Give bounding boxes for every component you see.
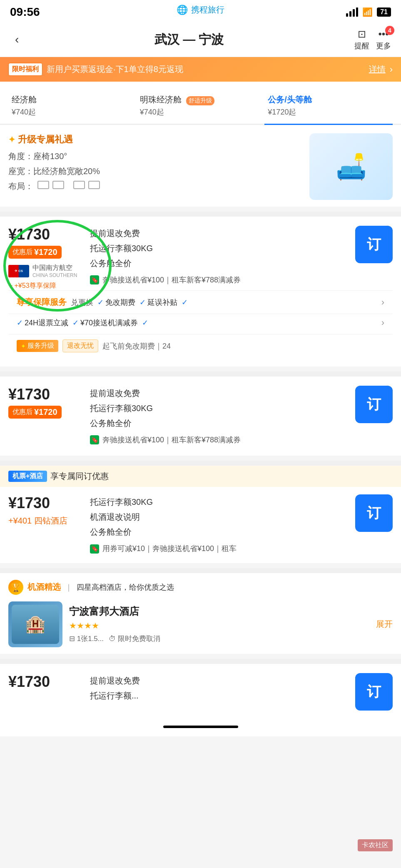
promo-banner[interactable]: 限时福利 新用户买票返现金·下1单立得8元返现 详情 ›: [0, 57, 401, 82]
upgrade-info: ✦ 升级专属礼遇 角度：座椅130° 座宽：比经济舱宽敞20% 布局：: [8, 133, 303, 195]
ticket-1-discount-price: ¥1720: [34, 247, 57, 257]
hotel-cancel-info: ⏱ 限时免费取消: [109, 634, 160, 644]
hotel-addon-price: +¥401 四钻酒店: [8, 515, 83, 526]
ticket2-discount-label: 优惠后: [12, 408, 32, 417]
ticket-1-discount-badge: 优惠后 ¥1720: [8, 246, 62, 259]
coupon-icon: 🔖: [90, 275, 99, 284]
ticket-1-price-section: ¥1730 优惠后 ¥1720 ✈ CS 中国南方航空 CHINA SOUTHE…: [8, 226, 83, 290]
check-item-1: ✓ 免改期费: [97, 297, 135, 307]
featured-hotel-subtitle: 四星高档酒店，给你优质之选: [77, 582, 174, 592]
check-icon-2: ✓: [139, 298, 146, 307]
status-icons: 📶 71: [346, 7, 391, 17]
ticket2-feature2: 托运行李额30KG: [90, 401, 349, 416]
ticket-2-discount-price: ¥1720: [34, 407, 57, 417]
ticket2-feature1: 提前退改免费: [90, 386, 349, 401]
watermark: 卡农社区: [358, 839, 393, 851]
check-icon-5: ✓: [72, 318, 79, 327]
guarantee-row-2[interactable]: ✓ 24H退票立减 ✓ ¥70接送机满减券 ✓ ›: [8, 314, 393, 334]
ticket2-coupon-icon: 🔖: [90, 435, 99, 444]
book-button-1[interactable]: 订: [355, 226, 393, 263]
hotel-bundle-tag: 机票+酒店: [8, 471, 47, 482]
plus-icon: +: [8, 282, 13, 290]
ticket-card-1: ¥1730 优惠后 ¥1720 ✈ CS 中国南方航空 CHINA SOUTHE…: [0, 217, 401, 367]
ticket2-feature3: 公务舱全价: [90, 416, 349, 431]
check-item-4: ✓ ¥70接送机满减券: [72, 318, 138, 328]
page-title: 武汉 — 宁波: [154, 31, 224, 48]
tab-business-label: 公务/头等舱: [268, 94, 389, 105]
tab-pearl-label: 明珠经济舱 舒适升级: [140, 94, 262, 105]
feature-luggage: 托运行李额30KG: [90, 241, 349, 256]
nav-bar: ‹ 武汉 — 宁波 ⊡ 提醒 ••• 更多 4: [0, 22, 401, 57]
hotel-bundle-coupon-icon: 🔖: [90, 544, 99, 554]
guarantee-tag: + +¥53尊享保障: [8, 282, 83, 290]
ticket-2-price-section: ¥1730 优惠后 ¥1720: [8, 386, 83, 419]
book-button-hotel-bundle[interactable]: 订: [355, 494, 393, 532]
hotel-bundle-feature1: 托运行李额30KG: [90, 494, 349, 509]
hotel-room-info: ⊟ 1张1.5...: [69, 634, 104, 644]
feature-refund: 提前退改免费: [90, 226, 349, 241]
check-icon-6: ✓: [142, 318, 148, 327]
feature-fullprice: 公务舱全价: [90, 256, 349, 271]
book-button-bottom[interactable]: 订: [355, 673, 393, 711]
tab-pearl-economy[interactable]: 明珠经济舱 舒适升级 ¥740起: [137, 90, 265, 125]
nav-actions: ⊡ 提醒 ••• 更多 4: [354, 28, 391, 51]
airline-name-en: CHINA SOUTHERN: [32, 272, 77, 278]
hotel-bundle-price-section: ¥1730 +¥401 四钻酒店: [8, 494, 83, 526]
hotel-name: 宁波富邦大酒店: [69, 605, 369, 618]
hotel-expand-button[interactable]: 展开: [376, 619, 393, 630]
promo-detail-link[interactable]: 详情: [369, 64, 386, 75]
tab-economy-label: 经济舱: [12, 94, 133, 105]
hotel-item: 🏨 宁波富邦大酒店 ★★★★ ⊟ 1张1.5... ⏱ 限时免费取消 展开: [8, 601, 393, 647]
star-icon: ✦: [8, 135, 15, 145]
guarantee-service-label: 尊享保障服务: [17, 297, 67, 308]
notification-badge: 4: [385, 26, 394, 35]
tab-business[interactable]: 公务/头等舱 ¥1720起: [264, 90, 393, 125]
guarantee-row2-arrow-icon: ›: [381, 317, 384, 328]
hotel-stars: ★★★★: [69, 621, 369, 631]
ticket-1-features: 提前退改免费 托运行李额30KG 公务舱全价 🔖 奔驰接送机省¥100｜租车新客…: [90, 226, 349, 287]
exchange-label: 兑更换: [71, 297, 93, 307]
more-button[interactable]: ••• 更多 4: [376, 28, 391, 51]
ticket-card-2: ¥1730 优惠后 ¥1720 提前退改免费 托运行李额30KG 公务舱全价 🔖…: [0, 377, 401, 456]
hotel-bundle-header: 机票+酒店 享专属同订优惠: [0, 466, 401, 487]
airline-logo: ✈ CS 中国南方航空 CHINA SOUTHERN: [8, 264, 83, 278]
upgrade-title: ✦ 升级专属礼遇: [8, 133, 303, 146]
ticket-card-1-inner: ¥1730 优惠后 ¥1720 ✈ CS 中国南方航空 CHINA SOUTHE…: [8, 226, 393, 290]
service-upgrade-badge: ✦ 服务升级: [17, 340, 58, 352]
cabin-tabs: 经济舱 ¥740起 明珠经济舱 舒适升级 ¥740起 公务/头等舱 ¥1720起: [0, 82, 401, 125]
hotel-bundle-price: ¥1730: [8, 494, 83, 512]
featured-hotel-header: 🏆 机酒精选 ｜ 四星高档酒店，给你优质之选: [8, 580, 393, 595]
ticket-1-original-price: ¥1730: [8, 226, 83, 243]
app-brand-name: 携程旅行: [191, 4, 224, 15]
discount-label: 优惠后: [12, 248, 32, 257]
promo-text: 新用户买票返现金·下1单立得8元返现: [47, 64, 365, 75]
battery-indicator: 71: [377, 7, 391, 17]
bottom-ticket-price-section: ¥1730: [8, 673, 83, 691]
promo-arrow-icon: ›: [390, 64, 393, 75]
back-button[interactable]: ‹: [10, 31, 24, 48]
ticket-2-original-price: ¥1730: [8, 386, 83, 403]
pearl-badge: 舒适升级: [186, 96, 214, 105]
alert-button[interactable]: ⊡ 提醒: [354, 28, 369, 51]
hotel-bundle-coupon-row: 🔖 用券可减¥10｜奔驰接送机省¥100｜租车: [90, 542, 349, 555]
hotel-bundle-desc: 享专属同订优惠: [50, 471, 109, 482]
check-icon-4: ✓: [17, 318, 23, 327]
refund-badge: 退改无忧: [62, 339, 98, 352]
check-item-3: ✓ 24H退票立减: [17, 318, 68, 328]
upgrade-width: 座宽：比经济舱宽敞20%: [8, 165, 303, 177]
ticket-2-discount-badge: 优惠后 ¥1720: [8, 406, 62, 419]
ticket-card-1-wrapper: ¥1730 优惠后 ¥1720 ✈ CS 中国南方航空 CHINA SOUTHE…: [0, 217, 401, 367]
guarantee-row[interactable]: 尊享保障服务 兑更换 ✓ 免改期费 ✓ 延误补贴 ✓ ›: [8, 290, 393, 314]
featured-hotel-divider: ｜: [65, 582, 72, 592]
tab-pearl-price: ¥740起: [140, 107, 262, 117]
check-icon-1: ✓: [97, 298, 104, 307]
status-bar: 09:56 🌐 携程旅行 📶 71: [0, 0, 401, 22]
book-button-2[interactable]: 订: [355, 386, 393, 423]
bottom-ticket: ¥1730 提前退改免费 托运行李额... 订: [0, 664, 401, 717]
coupon-row: 🔖 奔驰接送机省¥100｜租车新客¥788满减券: [90, 273, 349, 287]
guarantee-arrow-icon: ›: [381, 297, 384, 308]
tab-economy[interactable]: 经济舱 ¥740起: [8, 90, 137, 125]
hotel-meta: ⊟ 1张1.5... ⏱ 限时免费取消: [69, 634, 369, 644]
home-indicator: [163, 726, 238, 728]
check-item-2: ✓ 延误补贴: [139, 297, 177, 307]
